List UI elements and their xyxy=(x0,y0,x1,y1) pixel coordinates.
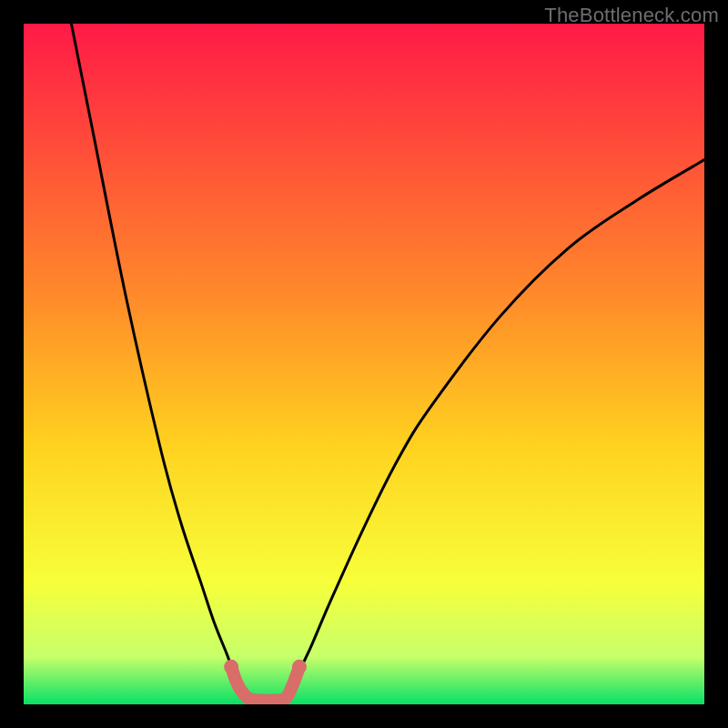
accent-point-1 xyxy=(292,660,307,674)
left-branch-curve xyxy=(71,24,245,691)
watermark-label: TheBottleneck.com xyxy=(544,4,719,27)
right-branch-curve xyxy=(289,160,704,691)
curve-layer xyxy=(24,24,704,704)
valley-highlight xyxy=(231,667,299,701)
chart-root: TheBottleneck.com xyxy=(0,0,728,728)
plot-area xyxy=(24,24,704,704)
accent-point-0 xyxy=(224,660,238,674)
